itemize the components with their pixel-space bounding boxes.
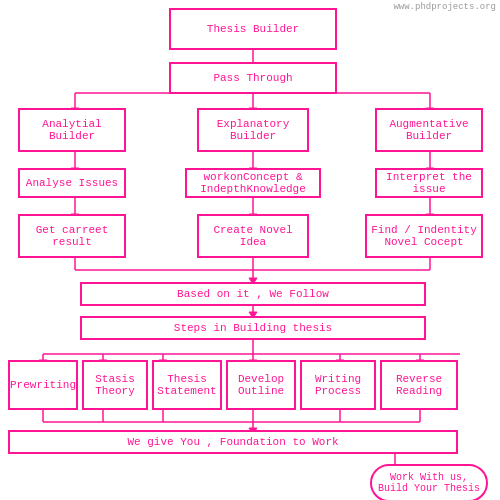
watermark: www.phdprojects.org	[393, 2, 496, 12]
stasis-box: Stasis Theory	[82, 360, 148, 410]
pass-through-box: Pass Through	[169, 62, 337, 94]
thesis-builder-box: Thesis Builder	[169, 8, 337, 50]
explanatory-box: Explanatory Builder	[197, 108, 309, 152]
interpret-box: Interpret the issue	[375, 168, 483, 198]
steps-box: Steps in Building thesis	[80, 316, 426, 340]
reverse-reading-label: Reverse Reading	[396, 373, 442, 397]
analytical-label: Analytial Builder	[42, 118, 101, 142]
diagram: Thesis Builder Pass Through Analytial Bu…	[0, 0, 500, 500]
pass-through-label: Pass Through	[213, 72, 292, 84]
create-novel-label: Create Novel Idea	[213, 224, 292, 248]
interpret-label: Interpret the issue	[386, 171, 472, 195]
analytical-box: Analytial Builder	[18, 108, 126, 152]
find-indentity-label: Find / Indentity Novel Cocept	[371, 224, 477, 248]
develop-outline-box: Develop Outline	[226, 360, 296, 410]
create-novel-box: Create Novel Idea	[197, 214, 309, 258]
foundation-label: We give You , Foundation to Work	[127, 436, 338, 448]
based-on-box: Based on it , We Follow	[80, 282, 426, 306]
writing-process-label: Writing Process	[315, 373, 361, 397]
thesis-statement-box: Thesis Statement	[152, 360, 222, 410]
get-carret-box: Get carreet result	[18, 214, 126, 258]
thesis-statement-label: Thesis Statement	[157, 373, 216, 397]
steps-label: Steps in Building thesis	[174, 322, 332, 334]
develop-outline-label: Develop Outline	[238, 373, 284, 397]
prewriting-label: Prewriting	[10, 379, 76, 391]
augmentative-label: Augmentative Builder	[389, 118, 468, 142]
reverse-reading-box: Reverse Reading	[380, 360, 458, 410]
work-with-box: Work With us, Build Your Thesis	[370, 464, 488, 500]
find-indentity-box: Find / Indentity Novel Cocept	[365, 214, 483, 258]
watermark-text: www.phdprojects.org	[393, 2, 496, 12]
based-on-label: Based on it , We Follow	[177, 288, 329, 300]
work-with-label: Work With us, Build Your Thesis	[378, 472, 480, 494]
thesis-builder-label: Thesis Builder	[207, 23, 299, 35]
analyse-issues-box: Analyse Issues	[18, 168, 126, 198]
get-carret-label: Get carreet result	[36, 224, 109, 248]
workon-box: workonConcept & IndepthKnowledge	[185, 168, 321, 198]
explanatory-label: Explanatory Builder	[217, 118, 290, 142]
workon-label: workonConcept & IndepthKnowledge	[200, 171, 306, 195]
analyse-issues-label: Analyse Issues	[26, 177, 118, 189]
augmentative-box: Augmentative Builder	[375, 108, 483, 152]
foundation-box: We give You , Foundation to Work	[8, 430, 458, 454]
prewriting-box: Prewriting	[8, 360, 78, 410]
writing-process-box: Writing Process	[300, 360, 376, 410]
stasis-label: Stasis Theory	[95, 373, 135, 397]
